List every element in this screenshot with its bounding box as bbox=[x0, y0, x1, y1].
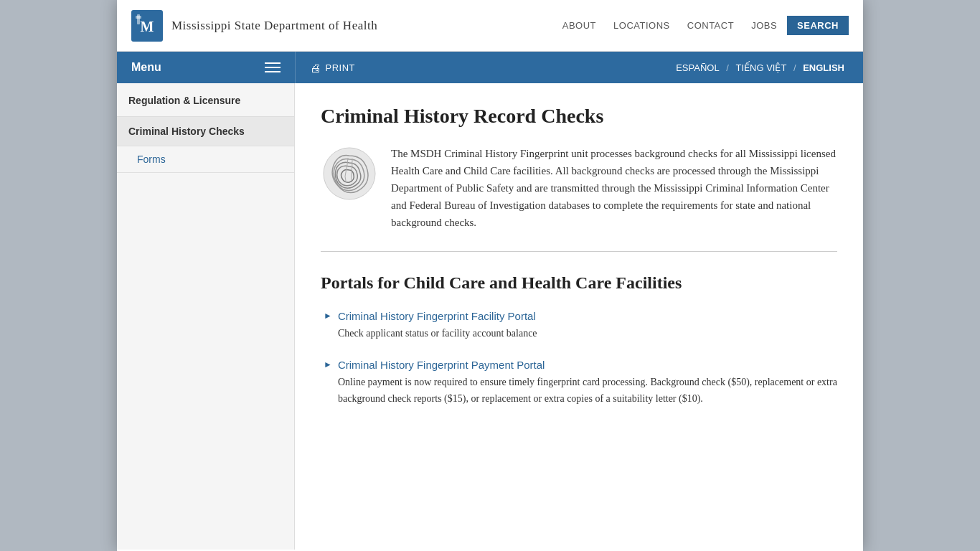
portal-desc-facility: Check applicant status or facility accou… bbox=[324, 326, 837, 342]
nav-jobs[interactable]: JOBS bbox=[744, 16, 784, 35]
nav-search[interactable]: SEARCH bbox=[787, 16, 849, 35]
menu-toggle[interactable]: Menu bbox=[117, 52, 295, 83]
portal-link-facility[interactable]: Criminal History Fingerprint Facility Po… bbox=[338, 310, 536, 322]
intro-text: The MSDH Criminal History Fingerprint un… bbox=[391, 145, 837, 231]
sidebar-section-title: Regulation & Licensure bbox=[117, 83, 294, 117]
portal-link-row-1: ► Criminal History Fingerprint Facility … bbox=[324, 310, 837, 322]
svg-text:M: M bbox=[141, 19, 154, 34]
portal-arrow-2: ► bbox=[324, 359, 332, 370]
lang-espanol[interactable]: ESPAÑOL bbox=[672, 62, 723, 73]
main-layout: Regulation & Licensure Criminal History … bbox=[117, 83, 863, 550]
sidebar: Regulation & Licensure Criminal History … bbox=[117, 83, 295, 550]
site-title: Mississippi State Department of Health bbox=[171, 19, 377, 33]
svg-rect-3 bbox=[136, 16, 141, 19]
intro-section: The MSDH Criminal History Fingerprint un… bbox=[321, 145, 837, 252]
portals-title: Portals for Child Care and Health Care F… bbox=[321, 273, 837, 293]
sidebar-item-forms[interactable]: Forms bbox=[117, 146, 294, 173]
logo-area: M Mississippi State Department of Health bbox=[131, 10, 377, 42]
portal-link-row-2: ► Criminal History Fingerprint Payment P… bbox=[324, 359, 837, 371]
hamburger-icon bbox=[265, 62, 281, 72]
lang-sep-1: / bbox=[724, 62, 732, 73]
page-title: Criminal History Record Checks bbox=[321, 105, 837, 128]
lang-viet[interactable]: TIẾNG VIỆT bbox=[731, 62, 791, 73]
fingerprint-image bbox=[321, 145, 378, 202]
nav-about[interactable]: ABOUT bbox=[555, 16, 603, 35]
print-label: PRINT bbox=[326, 62, 356, 73]
menu-bar: Menu 🖨 PRINT ESPAÑOL / TIẾNG VIỆT / ENGL… bbox=[117, 52, 863, 83]
lang-sep-2: / bbox=[791, 62, 798, 73]
portal-desc-payment: Online payment is now required to ensure… bbox=[324, 375, 837, 407]
sidebar-item-criminal-history[interactable]: Criminal History Checks bbox=[117, 117, 294, 146]
lang-english[interactable]: ENGLISH bbox=[798, 62, 849, 73]
site-header: M Mississippi State Department of Health… bbox=[117, 0, 863, 52]
site-logo-icon: M bbox=[131, 10, 163, 42]
portal-link-payment[interactable]: Criminal History Fingerprint Payment Por… bbox=[338, 359, 545, 371]
portal-item-payment: ► Criminal History Fingerprint Payment P… bbox=[321, 359, 837, 407]
language-links: ESPAÑOL / TIẾNG VIỆT / ENGLISH bbox=[672, 62, 849, 73]
nav-contact[interactable]: CONTACT bbox=[680, 16, 741, 35]
portal-arrow-1: ► bbox=[324, 311, 332, 321]
portal-item-facility: ► Criminal History Fingerprint Facility … bbox=[321, 310, 837, 342]
print-link[interactable]: 🖨 PRINT bbox=[310, 62, 355, 74]
menu-label: Menu bbox=[131, 61, 161, 74]
header-nav: ABOUT LOCATIONS CONTACT JOBS SEARCH bbox=[555, 16, 849, 35]
menu-right: 🖨 PRINT ESPAÑOL / TIẾNG VIỆT / ENGLISH bbox=[295, 52, 863, 83]
content-area: Criminal History Record Checks The MSDH … bbox=[295, 83, 863, 550]
print-icon: 🖨 bbox=[310, 62, 321, 74]
nav-locations[interactable]: LOCATIONS bbox=[606, 16, 677, 35]
